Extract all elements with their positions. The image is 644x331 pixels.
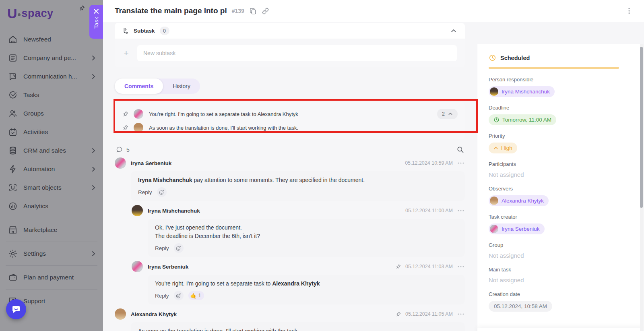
- avatar: [490, 197, 498, 205]
- field-label: Task creator: [489, 214, 628, 220]
- comment-header: Iryna Mishchanchuk 05.12.2024 11:00 AM: [132, 205, 465, 216]
- chat-bubble-icon: [11, 304, 21, 314]
- search-icon[interactable]: [456, 146, 464, 153]
- comment-text: You're right. I'm going to set a separat…: [155, 280, 270, 287]
- creation-date-value: 05.12.2024, 10:58 AM: [489, 301, 552, 312]
- close-icon[interactable]: [93, 8, 99, 14]
- comment-menu-icon[interactable]: [457, 310, 465, 318]
- pinned-comment-text: You're right. I'm going to set a separat…: [149, 111, 298, 117]
- pinned-collapse-badge[interactable]: 2: [437, 109, 458, 119]
- field-participants: Participants Not assigned: [489, 161, 628, 178]
- field-label: Person responsible: [489, 77, 628, 83]
- tab-history[interactable]: History: [163, 79, 200, 94]
- comment-author: Alexandra Khytyk: [131, 311, 177, 317]
- task-title: Translate the main page into pl: [115, 6, 227, 15]
- reply-button[interactable]: Reply: [138, 189, 152, 195]
- mention[interactable]: Iryna Mishchanchuk: [138, 177, 192, 183]
- comment-text: As soon as the translation is done, I'll…: [138, 328, 299, 331]
- pin-icon: [122, 111, 129, 118]
- new-subtask-input[interactable]: [137, 45, 457, 61]
- field-label: Participants: [489, 161, 628, 167]
- pinned-count: 2: [442, 111, 445, 117]
- task-details-panel: Scheduled Person responsible Iryna Mishc…: [477, 44, 644, 331]
- add-subtask-icon[interactable]: +: [124, 49, 132, 58]
- reply-button[interactable]: Reply: [155, 293, 169, 299]
- details-scrollbar-thumb[interactable]: [640, 47, 643, 208]
- participants-value[interactable]: Not assigned: [489, 171, 628, 178]
- link-icon[interactable]: [262, 7, 269, 15]
- comment-header: Alexandra Khytyk 05.12.2024 11:05 AM: [115, 308, 465, 320]
- kebab-menu-icon[interactable]: [625, 7, 633, 14]
- observers-chip[interactable]: Alexandra Khytyk: [489, 195, 549, 206]
- comment-menu-icon[interactable]: [457, 263, 465, 271]
- person-responsible-chip[interactable]: Iryna Mishchanchuk: [489, 86, 555, 97]
- task-creator-chip[interactable]: Iryna Serbeniuk: [489, 223, 545, 234]
- comment-text-line: The deadline is December the 6th, isn't …: [155, 232, 458, 240]
- field-label: Group: [489, 242, 628, 248]
- priority-chip[interactable]: High: [489, 143, 517, 153]
- avatar: [132, 261, 143, 272]
- copy-icon[interactable]: [249, 7, 257, 15]
- reaction-count: 1: [198, 293, 201, 298]
- main-task-value[interactable]: Not assigned: [489, 277, 628, 283]
- task-creator-value: Iryna Serbeniuk: [502, 226, 540, 232]
- status-field[interactable]: Scheduled: [489, 54, 628, 62]
- subtask-header: Subtask 0: [115, 23, 465, 39]
- pin-icon[interactable]: [395, 311, 401, 317]
- comment-timestamp: 05.12.2024 11:00 AM: [405, 208, 453, 213]
- tab-comments[interactable]: Comments: [115, 79, 163, 94]
- details-scrollbar-track[interactable]: [640, 44, 644, 331]
- app-window: U spacy Newsfeed Company and pe... Commu…: [0, 0, 644, 331]
- comment-bubble-icon: [116, 146, 123, 153]
- comments-total: 5: [126, 147, 130, 153]
- support-chat-button[interactable]: [6, 299, 26, 319]
- chevron-up-icon[interactable]: [450, 28, 457, 34]
- tab-history-label: History: [173, 83, 190, 89]
- avatar: [115, 157, 126, 169]
- avatar: [132, 205, 143, 216]
- pinned-comments: You're right. I'm going to set a separat…: [115, 102, 465, 139]
- task-side-tab[interactable]: Task: [89, 5, 103, 39]
- subtask-tree-icon: [123, 27, 130, 34]
- comments-toolbar: 5: [115, 146, 465, 153]
- avatar: [115, 308, 126, 320]
- comment-timestamp: 05.12.2024 11:05 AM: [405, 311, 453, 317]
- field-label: Main task: [489, 267, 628, 273]
- observers-value: Alexandra Khytyk: [502, 198, 544, 204]
- comment-author: Iryna Serbeniuk: [131, 160, 171, 166]
- comment-menu-icon[interactable]: [457, 207, 465, 215]
- deadline-chip[interactable]: Tomorrow, 11:00 AM: [489, 114, 556, 125]
- pinned-comment-row[interactable]: As soon as the translation is done, I'll…: [122, 122, 458, 134]
- comment: Alexandra Khytyk 05.12.2024 11:05 AM As …: [115, 308, 465, 331]
- pinned-comment-text: As soon as the translation is done, I'll…: [149, 125, 298, 131]
- field-label: Priority: [489, 133, 628, 139]
- comment-header: Iryna Serbeniuk 05.12.2024 11:03 AM: [132, 261, 465, 272]
- field-task-creator: Task creator Iryna Serbeniuk: [489, 214, 628, 234]
- priority-value: High: [501, 145, 512, 151]
- comment: Iryna Serbeniuk 05.12.2024 11:03 AM You'…: [132, 261, 465, 304]
- mention[interactable]: Alexandra Khytyk: [272, 280, 320, 287]
- pinned-comment-row[interactable]: You're right. I'm going to set a separat…: [122, 108, 458, 120]
- add-reaction-icon[interactable]: [174, 243, 184, 253]
- comment-menu-icon[interactable]: [457, 159, 465, 167]
- add-reaction-icon[interactable]: [174, 291, 184, 300]
- comment-body: You're right. I'm going to set a separat…: [148, 275, 465, 304]
- field-main-task: Main task Not assigned: [489, 267, 628, 283]
- avatar: [134, 109, 143, 119]
- tab-comments-label: Comments: [124, 83, 153, 89]
- comment-text-line: Ok, I've just opened the document.: [155, 223, 458, 232]
- comment-body: Iryna Mishchanchuk pay attention to some…: [131, 171, 465, 201]
- modal-backdrop[interactable]: [0, 0, 103, 331]
- add-reaction-icon[interactable]: [157, 187, 167, 197]
- field-person-responsible: Person responsible Iryna Mishchanchuk: [489, 77, 628, 97]
- field-label: Creation date: [489, 291, 628, 297]
- reaction-pill[interactable]: 🤙1: [188, 291, 204, 300]
- subtask-body: +: [115, 39, 465, 67]
- reply-button[interactable]: Reply: [155, 245, 169, 251]
- pin-icon[interactable]: [395, 264, 401, 270]
- comment-timestamp: 05.12.2024 10:59 AM: [405, 160, 453, 166]
- task-modal: Task Translate the main page into pl #13…: [103, 0, 644, 331]
- group-value[interactable]: Not assigned: [489, 252, 628, 259]
- status-label: Scheduled: [500, 55, 530, 61]
- task-actions-footer: Start Complete: [477, 328, 644, 331]
